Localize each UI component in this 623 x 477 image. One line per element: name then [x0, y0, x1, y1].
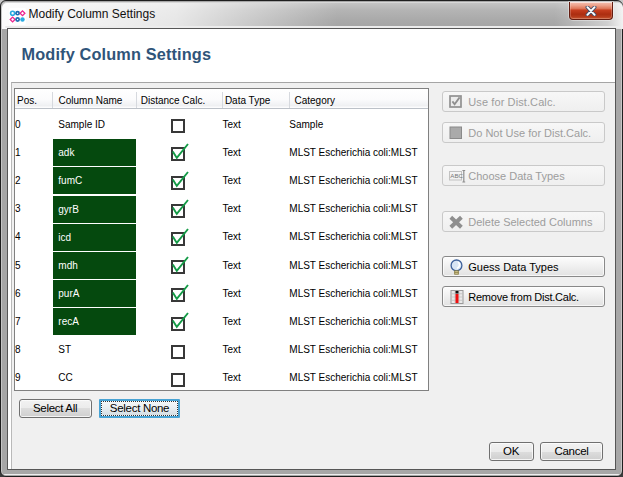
svg-text:ABC: ABC — [450, 172, 463, 179]
